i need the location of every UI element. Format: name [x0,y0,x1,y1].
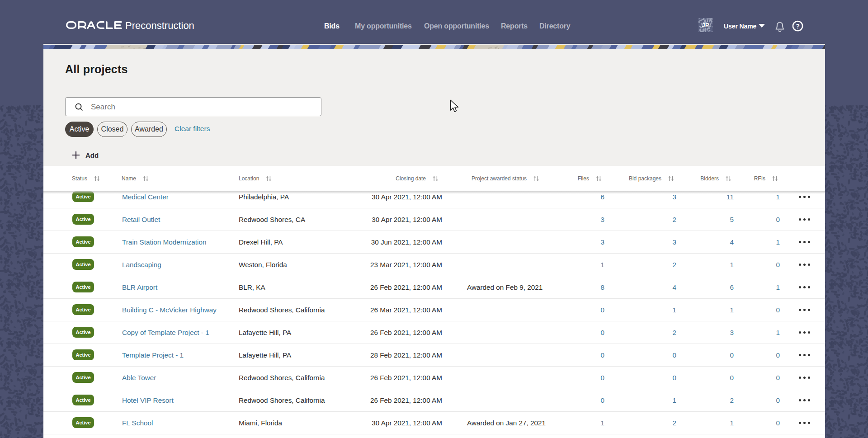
svg-text:?: ? [796,23,800,30]
